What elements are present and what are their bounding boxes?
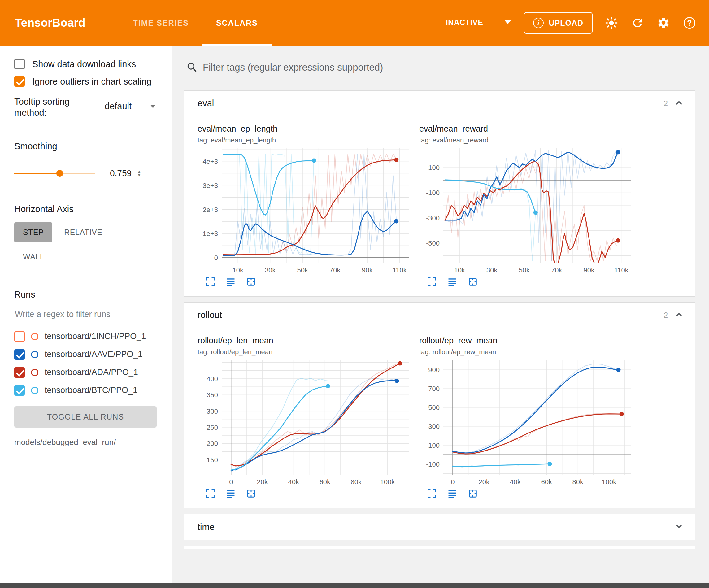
svg-text:900: 900 [428, 366, 440, 374]
svg-text:40k: 40k [510, 478, 521, 486]
svg-text:100: 100 [428, 441, 440, 449]
settings-gear-icon[interactable] [656, 16, 671, 30]
chart-tag: tag: eval/mean_ep_length [198, 136, 412, 144]
runs-filter-input[interactable] [14, 305, 159, 324]
line-chart[interactable]: 020k40k60k80k100k150200250300350400 [198, 357, 412, 487]
section-time-header[interactable]: time [184, 514, 695, 540]
fit-domain-icon[interactable] [467, 276, 479, 288]
svg-text:40k: 40k [288, 478, 299, 486]
chart-toolbar [198, 488, 412, 500]
section-rollout-header[interactable]: rollout 2 [184, 303, 695, 328]
svg-text:1e+3: 1e+3 [203, 230, 218, 237]
svg-text:30k: 30k [265, 266, 276, 274]
axis-wall-button[interactable]: WALL [14, 247, 53, 267]
show-download-links-checkbox[interactable]: Show data download links [14, 59, 159, 69]
tag-filter [184, 59, 695, 79]
info-icon: i [533, 18, 544, 28]
line-chart[interactable]: 10k30k50k70k90k110k01e+32e+33e+34e+3 [198, 146, 412, 275]
horizontal-scrollbar[interactable] [0, 583, 709, 588]
settings-sidebar: Show data download links Ignore outliers… [0, 46, 172, 588]
svg-text:350: 350 [207, 391, 218, 399]
section-eval-header[interactable]: eval 2 [184, 91, 695, 116]
svg-text:0: 0 [451, 478, 454, 486]
run-item-1inch[interactable]: tensorboard/1INCH/PPO_1 [14, 331, 159, 342]
expand-chart-icon[interactable] [426, 488, 438, 500]
chevron-up-icon[interactable] [674, 309, 685, 322]
run-item-aave[interactable]: tensorboard/AAVE/PPO_1 [14, 349, 159, 360]
run-item-btc[interactable]: tensorboard/BTC/PPO_1 [14, 385, 159, 396]
chart-title: rollout/ep_len_mean [198, 336, 412, 346]
runs-list-icon[interactable] [446, 488, 458, 500]
status-label: INACTIVE [446, 18, 483, 27]
svg-text:70k: 70k [551, 266, 562, 274]
expand-chart-icon[interactable] [204, 488, 216, 500]
svg-text:90k: 90k [362, 266, 373, 274]
runs-list-icon[interactable] [225, 488, 237, 500]
ignore-outliers-checkbox[interactable]: Ignore outliers in chart scaling [14, 76, 159, 87]
toggle-all-runs-button[interactable]: TOGGLE ALL RUNS [14, 406, 157, 428]
svg-text:100k: 100k [602, 478, 617, 486]
upload-button[interactable]: i UPLOAD [524, 12, 593, 34]
runs-list-icon[interactable] [446, 276, 458, 288]
section-next-partial [184, 545, 695, 549]
checkbox[interactable] [14, 76, 25, 87]
chevron-down-icon [150, 105, 156, 108]
smoothing-value-field[interactable]: ▲▼ [106, 165, 143, 181]
fit-domain-icon[interactable] [467, 488, 479, 500]
axis-step-button[interactable]: STEP [14, 222, 52, 242]
runs-label: Runs [14, 289, 159, 300]
section-rollout: rollout 2 rollout/ep_len_mean tag: rollo… [184, 302, 695, 508]
svg-text:50k: 50k [519, 266, 530, 274]
expand-chart-icon[interactable] [204, 276, 216, 288]
run-checkbox[interactable] [14, 331, 25, 342]
section-time: time [184, 514, 695, 540]
svg-text:-500: -500 [426, 239, 440, 247]
svg-text:200: 200 [207, 440, 218, 448]
slider-thumb[interactable] [56, 170, 63, 177]
tab-time-series[interactable]: TIME SERIES [120, 0, 203, 46]
svg-text:0: 0 [214, 254, 218, 262]
chart-card-mean-reward: eval/mean_reward tag: eval/mean_reward 1… [419, 124, 633, 288]
svg-text:20k: 20k [257, 478, 268, 486]
svg-text:-100: -100 [426, 189, 440, 197]
tag-filter-input[interactable] [203, 62, 693, 73]
data-status-dropdown[interactable]: INACTIVE [445, 15, 513, 31]
svg-text:80k: 80k [351, 478, 362, 486]
svg-text:300: 300 [207, 408, 218, 415]
run-color-circle [31, 351, 38, 358]
refresh-icon[interactable] [630, 16, 645, 30]
run-item-ada[interactable]: tensorboard/ADA/PPO_1 [14, 367, 159, 378]
upload-label: UPLOAD [549, 19, 583, 28]
smoothing-value-input[interactable] [110, 169, 135, 178]
smoothing-slider[interactable] [14, 170, 95, 177]
brightness-icon[interactable] [604, 16, 619, 30]
line-chart[interactable]: 10k30k50k70k90k110k100-100-300-500 [419, 146, 633, 275]
search-icon [186, 61, 197, 74]
stepper-arrows[interactable]: ▲▼ [137, 170, 141, 177]
chevron-down-icon[interactable] [674, 521, 685, 533]
fit-domain-icon[interactable] [245, 488, 257, 500]
tooltip-sorting-dropdown[interactable]: default [104, 99, 158, 115]
svg-text:-100: -100 [426, 460, 440, 468]
chevron-up-icon[interactable] [674, 97, 685, 110]
tab-scalars[interactable]: SCALARS [203, 0, 271, 46]
svg-text:3e+3: 3e+3 [203, 182, 218, 189]
chart-title: eval/mean_reward [419, 124, 633, 134]
axis-relative-button[interactable]: RELATIVE [55, 222, 111, 242]
svg-text:30k: 30k [487, 266, 498, 274]
svg-text:80k: 80k [573, 478, 584, 486]
help-icon[interactable]: ? [682, 16, 697, 30]
run-color-circle [31, 333, 38, 340]
run-checkbox[interactable] [14, 367, 25, 378]
svg-text:20k: 20k [479, 478, 490, 486]
svg-text:60k: 60k [319, 478, 331, 486]
runs-list-icon[interactable] [225, 276, 237, 288]
svg-text:70k: 70k [330, 266, 341, 274]
run-checkbox[interactable] [14, 349, 25, 360]
run-checkbox[interactable] [14, 385, 25, 396]
expand-chart-icon[interactable] [426, 276, 438, 288]
checkbox[interactable] [14, 59, 25, 69]
fit-domain-icon[interactable] [245, 276, 257, 288]
line-chart[interactable]: 020k40k60k80k100k-100100300500700900 [419, 357, 633, 487]
svg-text:-300: -300 [426, 214, 440, 222]
